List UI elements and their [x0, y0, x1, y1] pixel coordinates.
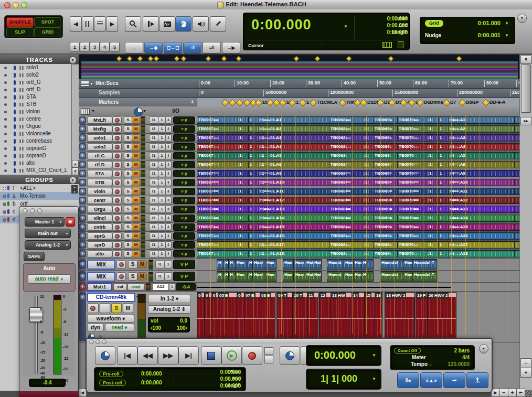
audio-clip[interactable]: TB0068== — [329, 161, 365, 168]
audio-clip[interactable]: t1==-01.A1 — [259, 116, 330, 124]
audio-clip[interactable]: TB0068== — [329, 223, 365, 231]
track-name[interactable]: Orgu — [87, 206, 112, 213]
audio-clip[interactable]: 1 — [364, 170, 374, 177]
close-button[interactable] — [23, 208, 28, 213]
track-name[interactable]: alto — [87, 250, 112, 257]
mute-button[interactable]: M — [137, 260, 147, 269]
audio-clip[interactable]: TB0067== — [197, 206, 239, 213]
solo-button[interactable]: S — [124, 161, 132, 168]
record-enable-button[interactable] — [112, 116, 122, 124]
voice-pan-buttons[interactable]: v p — [173, 134, 195, 142]
audio-clip[interactable]: TB0068== — [329, 241, 365, 249]
mute-button[interactable]: M — [132, 125, 140, 133]
solo-button[interactable]: S — [124, 134, 132, 142]
group-item[interactable]: aMx-Temoin — [0, 192, 79, 200]
link-timeline-edit-icon[interactable]: ◻→◻ — [164, 42, 182, 53]
close-button[interactable] — [89, 339, 94, 344]
audio-clip[interactable]: 1 — [438, 232, 450, 240]
track-show-dot-icon[interactable] — [4, 155, 7, 157]
input-assignment[interactable]: I1 — [149, 241, 158, 249]
output-assignment[interactable]: 1 — [158, 152, 166, 159]
groups-sort-az-icon[interactable]: az — [71, 185, 78, 194]
solo-button[interactable]: S — [124, 250, 132, 257]
input-assignment[interactable]: I1 — [149, 161, 158, 168]
collapse-arrow-icon[interactable]: ▼ — [80, 284, 85, 289]
edit-vertical-scrollbar[interactable]: ⇞ ▸▸ − + — [519, 55, 532, 392]
zoom-in-arrow-icon[interactable]: ▶ — [106, 16, 118, 31]
shuffle-mode-button[interactable]: SHUFFLE — [6, 17, 34, 27]
zoom-button[interactable] — [37, 208, 42, 213]
audio-clip[interactable]: TB0070== — [397, 143, 429, 151]
record-enable-button[interactable] — [112, 143, 122, 151]
audio-clip[interactable]: 1 — [238, 223, 249, 231]
output-window-titlebar[interactable] — [19, 207, 78, 213]
audio-clip[interactable] — [514, 197, 519, 204]
cd-audio-clip[interactable]: 14 — [352, 292, 365, 341]
io-expand-icon[interactable]: ⇕ — [165, 241, 172, 249]
groups-menu-icon[interactable]: ▼ — [69, 177, 77, 184]
bars-beats-dropdown-icon[interactable]: ▼ — [372, 377, 376, 381]
audio-clip[interactable] — [514, 206, 519, 213]
audio-clip[interactable]: t1==-01.A5 — [259, 152, 330, 159]
record-enable-button[interactable] — [116, 260, 126, 269]
solo-button[interactable]: S — [124, 170, 132, 177]
keyboard-focus-icon[interactable] — [398, 41, 403, 48]
mute-button[interactable]: M — [123, 303, 133, 313]
io-expand-icon[interactable]: ⇕ — [165, 214, 172, 222]
mix-clip[interactable]: Hae — [235, 271, 249, 282]
zoom-preset-4[interactable]: 4 — [100, 42, 110, 52]
collapse-arrow-icon[interactable]: ▼ — [80, 162, 85, 167]
track-name[interactable]: vilncl — [87, 214, 112, 222]
online-button[interactable] — [95, 346, 115, 365]
io-expand-icon[interactable]: ⇕ — [165, 188, 172, 195]
mix-clip[interactable]: Haer — [293, 259, 306, 270]
pre-roll-toggle[interactable]: Pre-roll — [99, 371, 123, 377]
sidebar-track-item[interactable]: ortf_D — [0, 86, 79, 93]
start-value[interactable]: 0:00.000 — [220, 369, 241, 375]
toolbar-menu-icon[interactable]: ▼ — [517, 14, 527, 23]
cd-audio-clip[interactable]: 09 T — [276, 292, 293, 341]
audio-clip[interactable]: 1 — [248, 206, 260, 213]
grid-value-label[interactable]: Grid — [425, 20, 443, 27]
audio-clip[interactable]: t1==-01.A6 — [259, 161, 330, 168]
audio-clip[interactable] — [514, 188, 519, 195]
collapse-arrow-icon[interactable]: ▼ — [80, 251, 85, 256]
clip-lane[interactable]: HHHHaeHHaeiHaeHaeHaerHaiHaiHaendHaeHaeHH… — [197, 259, 519, 270]
audio-clip[interactable]: TB0068== — [329, 206, 365, 213]
audio-clip[interactable]: 1 — [238, 250, 249, 257]
cd-audio-clip[interactable]: 18 HWV 2 — [385, 292, 415, 341]
audio-clip[interactable]: 1 — [364, 188, 374, 195]
io-expand-icon[interactable]: ⇕ — [165, 116, 172, 124]
mix-clip[interactable]: Haend — [327, 271, 345, 282]
output-assignment[interactable]: 1 — [158, 161, 166, 168]
audio-clip[interactable]: t4==.A15 — [449, 223, 515, 231]
nudge-dropdown-icon[interactable]: ▼ — [505, 33, 509, 38]
track-show-dot-icon[interactable] — [4, 67, 7, 69]
audio-clip[interactable] — [514, 152, 519, 159]
audio-clip[interactable]: TB0070== — [397, 223, 429, 231]
audio-clip[interactable]: t4==.A4 — [449, 143, 515, 151]
pre-roll-value[interactable]: 0:00.000 — [141, 371, 162, 377]
marker-diamond-icon[interactable] — [360, 99, 367, 106]
zoom-button[interactable] — [102, 339, 107, 344]
clip-lane[interactable]: HHHHaeHHaeiHaeHaeHaerHaiHaiHaendHaeHaeHH… — [197, 271, 519, 282]
sidebar-track-item[interactable]: ortf_G — [0, 79, 79, 86]
audio-clip[interactable]: 1 — [428, 197, 439, 204]
audio-clip[interactable]: t1==-01.A14 — [259, 214, 330, 222]
marker-diamond-icon[interactable] — [299, 99, 306, 106]
main-counter-value[interactable]: 0:00.000 — [251, 17, 312, 33]
mix-clip[interactable]: Haendel- — [380, 271, 404, 282]
pan-right-value[interactable]: 100› — [177, 325, 187, 331]
zoom-preset-3[interactable]: 3 — [90, 42, 100, 52]
audio-clip[interactable]: t4==.A2 — [449, 125, 515, 133]
voice-pan-buttons[interactable]: v p — [173, 152, 195, 159]
midi-zoom-icon[interactable] — [94, 16, 106, 31]
mute-button[interactable]: M — [132, 116, 140, 124]
input-assignment[interactable]: I1 — [149, 188, 158, 195]
voice-pan-buttons[interactable]: v p — [173, 125, 195, 133]
audio-clip[interactable]: TB0069= — [373, 232, 398, 240]
mix-clip[interactable]: Hai — [313, 271, 322, 282]
trimmer-tool-icon[interactable] — [143, 16, 159, 31]
audio-clip[interactable]: 1 — [428, 232, 439, 240]
audio-clip[interactable]: TB0069= — [373, 197, 398, 204]
